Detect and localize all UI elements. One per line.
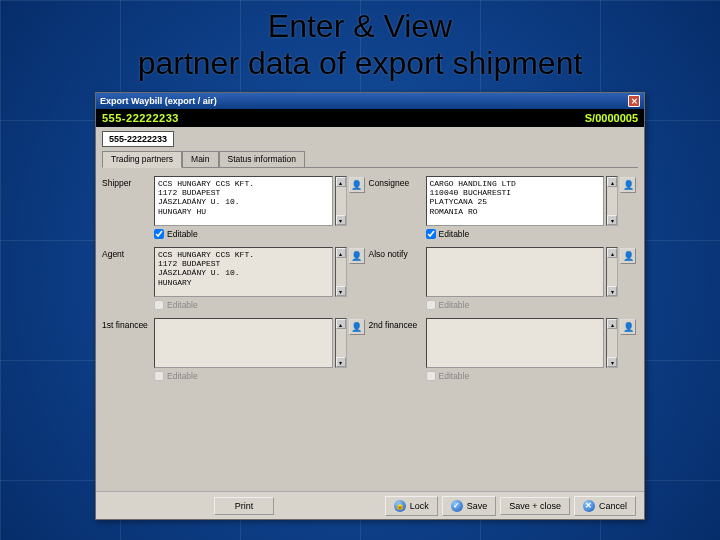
consignee-lookup-icon[interactable]: 👤 bbox=[620, 177, 636, 193]
fin2-label: 2nd financee bbox=[369, 318, 424, 368]
consignee-scrollbar[interactable]: ▴▾ bbox=[606, 176, 618, 226]
agent-scrollbar[interactable]: ▴▾ bbox=[335, 247, 347, 297]
title-line-1: Enter & View bbox=[268, 8, 452, 44]
window-title: Export Waybill (export / air) bbox=[100, 96, 217, 106]
tab-trading-partners[interactable]: Trading partners bbox=[102, 151, 182, 168]
consignee-editable-checkbox[interactable]: Editable bbox=[426, 229, 619, 239]
shipper-editable-checkbox[interactable]: Editable bbox=[154, 229, 347, 239]
fin2-scrollbar[interactable]: ▴▾ bbox=[606, 318, 618, 368]
header-strip: 555-22222233 S/0000005 bbox=[96, 109, 644, 127]
close-icon[interactable]: ✕ bbox=[628, 95, 640, 107]
fin1-editable-checkbox[interactable]: Editable bbox=[154, 371, 347, 381]
fin1-lookup-icon[interactable]: 👤 bbox=[349, 319, 365, 335]
header-shipment-id: S/0000005 bbox=[585, 112, 638, 124]
alsonotify-editable-checkbox[interactable]: Editable bbox=[426, 300, 619, 310]
print-button[interactable]: Print bbox=[214, 497, 274, 515]
alsonotify-textarea[interactable] bbox=[426, 247, 605, 297]
shipper-lookup-icon[interactable]: 👤 bbox=[349, 177, 365, 193]
consignee-label: Consignee bbox=[369, 176, 424, 226]
agent-textarea[interactable]: CCS HUNGARY CCS KFT. 1172 BUDAPEST JÁSZL… bbox=[154, 247, 333, 297]
fin1-scrollbar[interactable]: ▴▾ bbox=[335, 318, 347, 368]
window-titlebar[interactable]: Export Waybill (export / air) ✕ bbox=[96, 93, 644, 109]
fin2-lookup-icon[interactable]: 👤 bbox=[620, 319, 636, 335]
shipper-textarea[interactable]: CCS HUNGARY CCS KFT. 1172 BUDAPEST JÁSZL… bbox=[154, 176, 333, 226]
lock-button[interactable]: 🔒 Lock bbox=[385, 496, 438, 516]
cancel-button[interactable]: ✕ Cancel bbox=[574, 496, 636, 516]
agent-lookup-icon[interactable]: 👤 bbox=[349, 248, 365, 264]
cancel-icon: ✕ bbox=[583, 500, 595, 512]
shipper-label: Shipper bbox=[102, 176, 152, 226]
footer-toolbar: Print 🔒 Lock ✓ Save Save + close ✕ Cance… bbox=[96, 491, 644, 519]
fin2-textarea[interactable] bbox=[426, 318, 605, 368]
agent-editable-checkbox[interactable]: Editable bbox=[154, 300, 347, 310]
fin1-label: 1st financee bbox=[102, 318, 152, 368]
header-waybill-number: 555-22222233 bbox=[102, 112, 179, 124]
agent-label: Agent bbox=[102, 247, 152, 297]
title-line-2: partner data of export shipment bbox=[138, 45, 583, 81]
fin2-editable-checkbox[interactable]: Editable bbox=[426, 371, 619, 381]
lock-icon: 🔒 bbox=[394, 500, 406, 512]
alsonotify-label: Also notify bbox=[369, 247, 424, 297]
save-button[interactable]: ✓ Save bbox=[442, 496, 497, 516]
alsonotify-scrollbar[interactable]: ▴▾ bbox=[606, 247, 618, 297]
export-waybill-window: Export Waybill (export / air) ✕ 555-2222… bbox=[95, 92, 645, 520]
tab-strip: Trading partners Main Status information bbox=[102, 151, 638, 168]
consignee-textarea[interactable]: CARGO HANDLING LTD 110040 BUCHARESTI PLA… bbox=[426, 176, 605, 226]
save-icon: ✓ bbox=[451, 500, 463, 512]
shipper-scrollbar[interactable]: ▴▾ bbox=[335, 176, 347, 226]
waybill-number-box[interactable]: 555-22222233 bbox=[102, 131, 174, 147]
trading-partners-panel: Shipper CCS HUNGARY CCS KFT. 1172 BUDAPE… bbox=[96, 168, 644, 498]
fin1-textarea[interactable] bbox=[154, 318, 333, 368]
slide-title: Enter & View partner data of export ship… bbox=[0, 0, 720, 82]
alsonotify-lookup-icon[interactable]: 👤 bbox=[620, 248, 636, 264]
save-close-button[interactable]: Save + close bbox=[500, 497, 570, 515]
tab-status-information[interactable]: Status information bbox=[219, 151, 306, 167]
tab-main[interactable]: Main bbox=[182, 151, 218, 167]
sub-header: 555-22222233 bbox=[96, 127, 644, 147]
